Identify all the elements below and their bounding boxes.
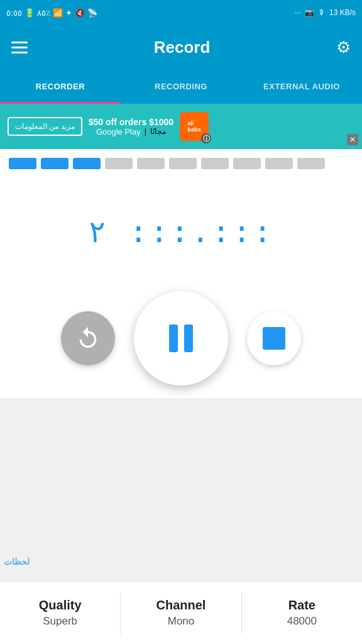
battery-percent: ٨٥٪ — [37, 8, 50, 18]
indicator-dot-4 — [105, 158, 133, 169]
indicator-dot-2 — [41, 158, 69, 169]
indicator-dot-8 — [233, 158, 261, 169]
indicator-dot-10 — [297, 158, 325, 169]
stop-button[interactable] — [247, 311, 301, 365]
signal-icon: 📶 — [53, 8, 63, 18]
rewind-icon — [75, 326, 101, 351]
ad-banner: مزيد من المعلومات $50 off orders $1000 م… — [0, 104, 362, 149]
mute-icon: 🔇 — [75, 8, 85, 18]
indicator-dot-9 — [265, 158, 293, 169]
time-display: ٥:٥٥ — [6, 8, 22, 18]
ad-close-button[interactable]: ✕ — [347, 134, 358, 145]
channel-label: Channel — [156, 598, 206, 613]
indicator-dot-6 — [169, 158, 197, 169]
rate-info: Rate 48000 — [242, 592, 362, 634]
tab-recorder[interactable]: RECORDER — [0, 69, 121, 104]
status-bar: ٥:٥٥ 🔋 ٨٥٪ 📶 ✦ 🔇 📡 ··· 📷 🎙 13 KB/s — [0, 0, 362, 25]
watermark: لحظات — [0, 555, 33, 568]
status-right: ··· 📷 🎙 13 KB/s — [295, 8, 356, 17]
rewind-button[interactable] — [61, 311, 115, 365]
status-left: ٥:٥٥ 🔋 ٨٥٪ 📶 ✦ 🔇 📡 — [6, 8, 97, 18]
tab-recording[interactable]: RECORDING — [121, 69, 241, 104]
pause-button[interactable] — [134, 291, 228, 386]
ad-main-text: $50 off orders $1000 — [89, 117, 173, 127]
ad-sub-text: مجانًا | Google Play — [96, 127, 166, 136]
mic-icon: 🎙 — [318, 8, 326, 17]
ad-more-info-button[interactable]: مزيد من المعلومات — [8, 117, 82, 136]
main-recording-area: ۲ :::.::: لحظات — [0, 178, 362, 398]
ad-content: $50 off orders $1000 مجانًا | Google Pla… — [89, 117, 173, 136]
tab-external-audio[interactable]: EXTERNAL AUDIO — [241, 69, 362, 104]
menu-button[interactable] — [11, 42, 28, 53]
ad-separator: | — [145, 127, 146, 136]
kbps-display: 13 KB/s — [329, 8, 356, 17]
channel-info: Channel Mono — [121, 592, 241, 634]
app-title: Record — [154, 38, 211, 57]
bottom-info-bar: Quality Superb Channel Mono Rate 48000 — [0, 581, 362, 644]
rate-value: 48000 — [287, 615, 317, 628]
cast-icon: 📡 — [87, 8, 97, 18]
stop-icon — [263, 327, 285, 350]
timer-display: ۲ :::.::: — [13, 197, 349, 266]
google-play-label: Google Play — [96, 127, 141, 136]
wifi-icon: ✦ — [65, 8, 72, 18]
quality-info: Quality Superb — [0, 592, 121, 634]
pause-icon — [169, 325, 193, 352]
tab-bar: RECORDER RECORDING EXTERNAL AUDIO — [0, 69, 362, 104]
app-header: Record ⚙ — [0, 25, 362, 69]
recording-controls — [13, 291, 349, 386]
settings-icon[interactable]: ⚙ — [336, 38, 351, 57]
timer-text: ۲ :::.::: — [88, 214, 274, 249]
channel-value: Mono — [168, 615, 195, 628]
camera-icon: 📷 — [305, 8, 314, 17]
ad-logo: alibaba — [180, 112, 209, 141]
indicator-dot-3 — [73, 158, 101, 169]
indicator-dot-7 — [201, 158, 229, 169]
quality-value: Superb — [43, 615, 77, 628]
indicator-row — [0, 149, 362, 178]
ad-free-label: مجانًا — [150, 127, 166, 136]
quality-label: Quality — [39, 598, 82, 613]
indicator-dot-5 — [137, 158, 165, 169]
dots-icon: ··· — [295, 8, 301, 17]
rate-label: Rate — [288, 598, 315, 613]
battery-icon: 🔋 — [25, 8, 35, 18]
indicator-dot-1 — [9, 158, 36, 169]
